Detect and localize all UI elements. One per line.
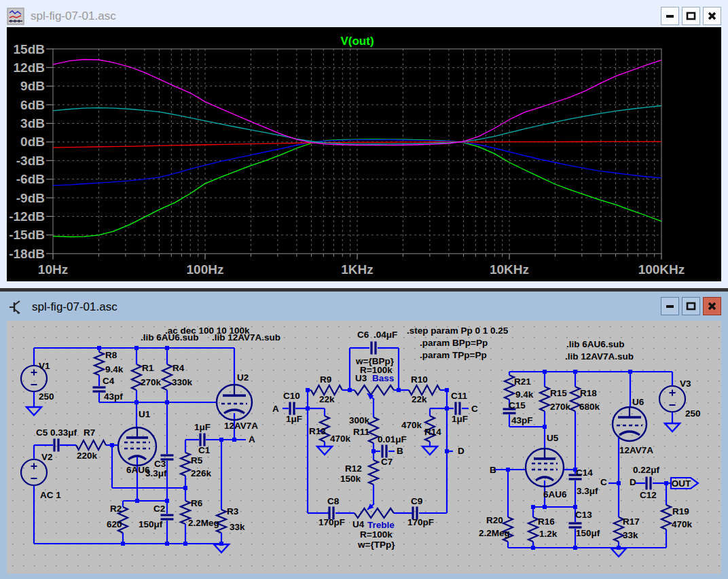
schematic-label[interactable]: V2 [41,452,53,462]
schematic-close-button[interactable] [703,297,721,315]
schematic-label[interactable]: 220k [77,451,98,461]
schematic-label[interactable]: U1 [139,409,151,419]
schematic-label[interactable]: C14 [576,468,593,478]
schematic-label[interactable]: 1μF [452,414,468,424]
schematic-label[interactable]: R9 [320,374,331,385]
schematic-label[interactable]: C9 [411,496,422,506]
schematic-label[interactable]: 150k [340,474,361,484]
schematic-label[interactable]: R7 [84,427,95,438]
schematic-label[interactable]: C8 [327,496,340,506]
schematic-label[interactable]: 0.22μf [633,465,660,475]
plot-maximize-button[interactable] [682,7,700,25]
schematic-label[interactable]: 43pF [511,415,533,425]
schematic-label[interactable]: R16 [538,516,555,527]
schematic-label[interactable]: R17 [623,516,640,527]
schematic-label[interactable]: Treble [367,520,395,530]
schematic-label[interactable]: 1μF [286,414,302,424]
schematic-label[interactable]: U6 [632,397,644,407]
spice-directive[interactable]: .lib 6AU6.sub [141,332,199,343]
schematic-minimize-button[interactable] [661,297,679,315]
schematic-label[interactable]: 12AV7A [619,445,653,455]
schematic-label[interactable]: C15 [509,400,526,410]
schematic-label[interactable]: 9.4k [105,364,124,374]
waveform-plot-area[interactable]: 15dB12dB9dB6dB3dB0dB-3dB-6dB-9dB-12dB-15… [7,27,721,281]
schematic-label[interactable]: C4 [103,376,115,386]
plot-window-titlebar[interactable]: spl-fig-07-01.asc [0,0,728,27]
schematic-label[interactable]: R5 [191,455,203,466]
schematic-label[interactable]: 150μf [576,528,600,538]
schematic-label[interactable]: 300k [349,415,370,425]
schematic-label[interactable]: C2 [153,504,165,514]
schematic-label[interactable]: 470k [330,434,351,444]
schematic-label[interactable]: R18 [580,388,597,398]
schematic-window-titlebar[interactable]: spl-fig-07-01.asc [0,292,728,319]
spice-directive[interactable]: .step param Pp 0 1 0.25 [407,326,509,336]
schematic-label[interactable]: 33k [230,522,245,532]
schematic-label[interactable]: R=100k [360,529,393,540]
schematic-label[interactable]: 2.2Meg [188,518,219,528]
schematic-label[interactable]: AC 1 [40,490,61,500]
schematic-label[interactable]: 150μf [139,519,163,529]
spice-directive[interactable]: .param BPp=Pp [420,338,488,348]
schematic-label[interactable]: C6 [357,330,369,340]
schematic-label[interactable]: 22k [412,394,427,404]
schematic-canvas[interactable]: OUT.ac dec 100 10 100k.lib 6AU6.sub.lib … [7,321,721,574]
schematic-label[interactable]: 3.3μf [145,468,167,478]
schematic-label[interactable]: R4 [172,363,185,373]
schematic-label[interactable]: 0.01μF [378,434,407,444]
schematic-label[interactable]: R11 [353,427,370,437]
schematic-label[interactable]: R3 [227,506,239,516]
plot-close-button[interactable] [703,7,721,25]
trace-title[interactable]: V(out) [340,35,374,48]
schematic-label[interactable]: R10 [411,374,428,385]
schematic-label[interactable]: 226k [191,468,212,478]
spice-directive[interactable]: .lib 12AV7A.sub [565,351,634,362]
schematic-label[interactable]: 12AV7A [224,421,258,431]
schematic-label[interactable]: C12 [640,490,657,500]
schematic-label[interactable]: 0.33μf [50,427,77,438]
schematic-label[interactable]: 470k [401,420,422,430]
schematic-label[interactable]: .04μF [374,330,397,340]
schematic-label[interactable]: C13 [575,510,592,520]
plot-minimize-button[interactable] [661,7,679,25]
schematic-label[interactable]: B [490,465,496,475]
schematic-label[interactable]: 2.2Meg [479,528,510,538]
schematic-label[interactable]: Bass [372,373,394,383]
schematic-label[interactable]: 3.3μf [577,486,598,496]
schematic-label[interactable]: 1μF [194,422,211,432]
schematic-label[interactable]: C1 [198,445,211,455]
schematic-label[interactable]: R21 [514,376,531,387]
schematic-label[interactable]: U4 [352,519,365,529]
schematic-label[interactable]: B [397,446,403,456]
schematic-label[interactable]: A [249,434,255,444]
schematic-label[interactable]: V3 [680,379,691,389]
schematic-label[interactable]: U2 [237,372,249,383]
schematic-label[interactable]: A [272,404,279,414]
schematic-label[interactable]: D [458,446,465,456]
schematic-label[interactable]: 9.4k [515,389,534,400]
schematic-label[interactable]: 22k [319,394,335,404]
schematic-label[interactable]: 170pF [318,517,345,527]
schematic-label[interactable]: 250 [39,391,54,402]
spice-directive[interactable]: .lib 12AV7A.sub [212,332,280,343]
schematic-label[interactable]: 270k [141,377,162,387]
schematic-label[interactable]: 1.2k [539,529,558,539]
schematic-label[interactable]: R8 [105,350,117,360]
schematic-label[interactable]: R1 [142,363,154,373]
schematic-label[interactable]: R2 [110,504,122,514]
schematic-label[interactable]: 170pF [407,517,434,527]
schematic-label[interactable]: R19 [672,506,689,516]
schematic-label[interactable]: C5 [36,427,48,438]
schematic-label[interactable]: 270k [550,402,571,412]
schematic-maximize-button[interactable] [682,297,700,315]
spice-directive[interactable]: .lib 6AU6.sub [566,339,625,349]
schematic-label[interactable]: C10 [283,391,300,401]
schematic-label[interactable]: D [630,477,636,487]
schematic-label[interactable]: 43pf [104,391,123,402]
schematic-label[interactable]: V1 [39,361,50,371]
schematic-label[interactable]: C11 [451,391,468,401]
schematic-label[interactable]: 620 [107,519,122,529]
schematic-label[interactable]: R12 [345,463,362,474]
schematic-label[interactable]: C [471,404,478,414]
schematic-label[interactable]: 250 [685,408,701,419]
